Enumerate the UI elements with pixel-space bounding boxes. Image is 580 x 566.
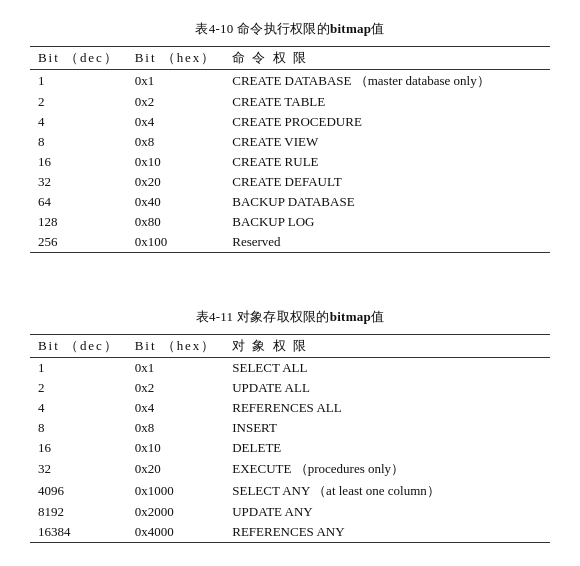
table-row: 1280x80BACKUP LOG <box>30 212 550 232</box>
table-cell-bit_hex: 0x100 <box>127 232 224 253</box>
table-cell-bit_dec: 1 <box>30 70 127 93</box>
table1-header-bit-dec: Bit （dec） <box>30 47 127 70</box>
table-cell-bit_dec: 64 <box>30 192 127 212</box>
table-row: 163840x4000REFERENCES ANY <box>30 522 550 543</box>
table-cell-bit_dec: 4 <box>30 112 127 132</box>
table-cell-bit_dec: 256 <box>30 232 127 253</box>
table-cell-bit_dec: 8192 <box>30 502 127 522</box>
table-cell-bit_hex: 0x2 <box>127 92 224 112</box>
table-cell-bit_hex: 0x1 <box>127 70 224 93</box>
table-cell-bit_dec: 32 <box>30 172 127 192</box>
table-row: 320x20EXECUTE （procedures only） <box>30 458 550 480</box>
table-row: 320x20CREATE DEFAULT <box>30 172 550 192</box>
table-cell-permission: BACKUP LOG <box>224 212 550 232</box>
table2-title-prefix: 表4-11 对象存取权限的 <box>196 309 330 324</box>
spacer <box>30 283 550 308</box>
table-cell-permission: SELECT ALL <box>224 358 550 379</box>
table-cell-bit_hex: 0x2 <box>127 378 224 398</box>
table1-title-suffix: 值 <box>371 21 384 36</box>
table-cell-permission: SELECT ANY （at least one column） <box>224 480 550 502</box>
table-cell-bit_hex: 0x10 <box>127 152 224 172</box>
table-cell-bit_hex: 0x4 <box>127 398 224 418</box>
table1-title-bold: bitmap <box>330 21 371 36</box>
table-cell-permission: UPDATE ANY <box>224 502 550 522</box>
table-cell-permission: CREATE PROCEDURE <box>224 112 550 132</box>
table-cell-bit_dec: 2 <box>30 92 127 112</box>
table-cell-bit_dec: 4096 <box>30 480 127 502</box>
table2-header-permission: 对 象 权 限 <box>224 335 550 358</box>
table-row: 10x1SELECT ALL <box>30 358 550 379</box>
table-cell-permission: CREATE TABLE <box>224 92 550 112</box>
table-cell-bit_dec: 2 <box>30 378 127 398</box>
table-cell-bit_hex: 0x8 <box>127 418 224 438</box>
table-cell-permission: DELETE <box>224 438 550 458</box>
table-row: 640x40BACKUP DATABASE <box>30 192 550 212</box>
table2-title-bold: bitmap <box>330 309 371 324</box>
table-cell-bit_hex: 0x8 <box>127 132 224 152</box>
table-cell-permission: CREATE DATABASE （master database only） <box>224 70 550 93</box>
table-row: 20x2UPDATE ALL <box>30 378 550 398</box>
table-cell-permission: BACKUP DATABASE <box>224 192 550 212</box>
table-cell-bit_dec: 8 <box>30 418 127 438</box>
table-row: 160x10DELETE <box>30 438 550 458</box>
table-row: 2560x100Reserved <box>30 232 550 253</box>
table-cell-bit_dec: 16 <box>30 438 127 458</box>
table-row: 40x4CREATE PROCEDURE <box>30 112 550 132</box>
table-cell-permission: CREATE DEFAULT <box>224 172 550 192</box>
table-row: 80x8INSERT <box>30 418 550 438</box>
table2-title-suffix: 值 <box>371 309 384 324</box>
table-cell-bit_dec: 32 <box>30 458 127 480</box>
table-cell-permission: EXECUTE （procedures only） <box>224 458 550 480</box>
table2-header-row: Bit （dec） Bit （hex） 对 象 权 限 <box>30 335 550 358</box>
table-cell-bit_hex: 0x20 <box>127 458 224 480</box>
table-cell-bit_hex: 0x20 <box>127 172 224 192</box>
table1-title-prefix: 表4-10 命令执行权限的 <box>195 21 329 36</box>
table2: Bit （dec） Bit （hex） 对 象 权 限 10x1SELECT A… <box>30 334 550 543</box>
table2-header-bit-hex: Bit （hex） <box>127 335 224 358</box>
table2-section: 表4-11 对象存取权限的bitmap值 Bit （dec） Bit （hex）… <box>30 308 550 543</box>
table-cell-bit_hex: 0x40 <box>127 192 224 212</box>
table1-section: 表4-10 命令执行权限的bitmap值 Bit （dec） Bit （hex）… <box>30 20 550 253</box>
table-cell-permission: REFERENCES ANY <box>224 522 550 543</box>
table-cell-permission: INSERT <box>224 418 550 438</box>
table-row: 40x4REFERENCES ALL <box>30 398 550 418</box>
table2-title: 表4-11 对象存取权限的bitmap值 <box>30 308 550 326</box>
table-row: 10x1CREATE DATABASE （master database onl… <box>30 70 550 93</box>
table2-header-bit-dec: Bit （dec） <box>30 335 127 358</box>
table-cell-bit_hex: 0x4 <box>127 112 224 132</box>
table-cell-bit_dec: 1 <box>30 358 127 379</box>
table-cell-bit_hex: 0x2000 <box>127 502 224 522</box>
table-cell-bit_dec: 128 <box>30 212 127 232</box>
table-cell-permission: Reserved <box>224 232 550 253</box>
table-cell-permission: CREATE VIEW <box>224 132 550 152</box>
table-cell-permission: REFERENCES ALL <box>224 398 550 418</box>
table-row: 81920x2000UPDATE ANY <box>30 502 550 522</box>
table-row: 80x8CREATE VIEW <box>30 132 550 152</box>
table-cell-bit_dec: 4 <box>30 398 127 418</box>
table1: Bit （dec） Bit （hex） 命 令 权 限 10x1CREATE D… <box>30 46 550 253</box>
table-cell-permission: CREATE RULE <box>224 152 550 172</box>
table-cell-bit_hex: 0x1000 <box>127 480 224 502</box>
table-cell-bit_hex: 0x1 <box>127 358 224 379</box>
table-cell-bit_dec: 16384 <box>30 522 127 543</box>
table-cell-bit_dec: 8 <box>30 132 127 152</box>
table-cell-bit_hex: 0x4000 <box>127 522 224 543</box>
table-row: 40960x1000SELECT ANY （at least one colum… <box>30 480 550 502</box>
table-cell-bit_hex: 0x10 <box>127 438 224 458</box>
table-cell-permission: UPDATE ALL <box>224 378 550 398</box>
table-cell-bit_hex: 0x80 <box>127 212 224 232</box>
table1-header-row: Bit （dec） Bit （hex） 命 令 权 限 <box>30 47 550 70</box>
table1-header-bit-hex: Bit （hex） <box>127 47 224 70</box>
table-cell-bit_dec: 16 <box>30 152 127 172</box>
table-row: 160x10CREATE RULE <box>30 152 550 172</box>
table-row: 20x2CREATE TABLE <box>30 92 550 112</box>
table1-header-permission: 命 令 权 限 <box>224 47 550 70</box>
table1-title: 表4-10 命令执行权限的bitmap值 <box>30 20 550 38</box>
